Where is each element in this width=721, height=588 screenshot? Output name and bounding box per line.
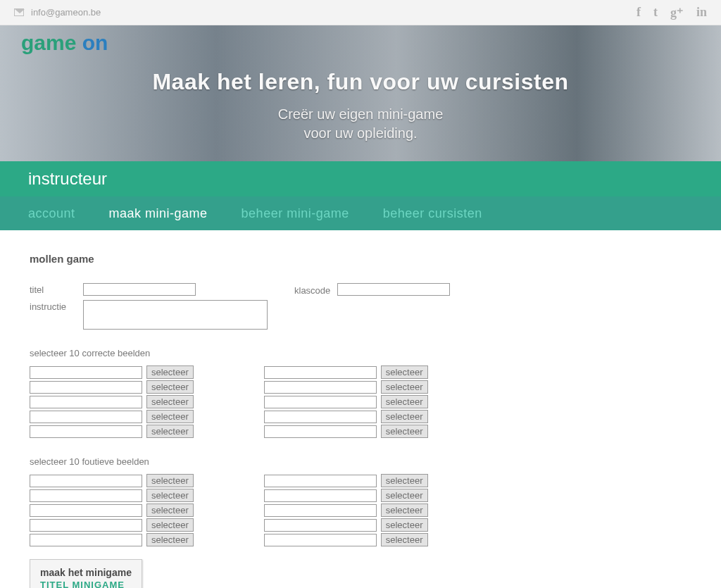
- nav-link-make-minigame[interactable]: maak mini-game: [109, 206, 208, 221]
- select-button[interactable]: selecteer: [146, 425, 194, 438]
- select-button[interactable]: selecteer: [381, 425, 428, 438]
- correct-row: selecteer: [30, 395, 194, 408]
- wrong-row: selecteer: [30, 533, 194, 546]
- googleplus-icon[interactable]: g⁺: [670, 5, 684, 20]
- label-instruction: instructie: [30, 300, 83, 312]
- nav-link-manage-students[interactable]: beheer cursisten: [383, 206, 482, 221]
- social-icons: f t g⁺ in: [637, 5, 707, 20]
- select-button[interactable]: selecteer: [146, 474, 194, 487]
- hero-headline: Maak het leren, fun voor uw cursisten: [0, 69, 721, 95]
- correct-input[interactable]: [30, 425, 142, 438]
- row-classcode: klascode: [294, 283, 450, 296]
- wrong-input[interactable]: [30, 504, 142, 517]
- make-button-line1: maak het minigame: [40, 567, 132, 578]
- select-button[interactable]: selecteer: [146, 533, 194, 546]
- correct-col-2: selecteer selecteer selecteer selecteer …: [264, 365, 428, 438]
- wrong-row: selecteer: [264, 474, 428, 487]
- wrong-row: selecteer: [264, 533, 428, 546]
- nav-bar: account maak mini-game beheer mini-game …: [0, 196, 721, 230]
- twitter-icon[interactable]: t: [653, 5, 658, 20]
- wrong-row: selecteer: [30, 474, 194, 487]
- section-title: mollen game: [30, 253, 691, 265]
- page-content: mollen game titel klascode instructie se…: [0, 230, 721, 588]
- wrong-input[interactable]: [264, 519, 377, 532]
- correct-input[interactable]: [30, 381, 142, 394]
- wrong-input[interactable]: [30, 519, 142, 532]
- correct-row: selecteer: [264, 380, 428, 394]
- select-button[interactable]: selecteer: [146, 395, 194, 408]
- linkedin-icon[interactable]: in: [696, 5, 707, 20]
- wrong-input[interactable]: [30, 489, 142, 502]
- wrong-input[interactable]: [264, 475, 377, 487]
- wrong-col-1: selecteer selecteer selecteer selecteer …: [30, 474, 194, 546]
- select-button[interactable]: selecteer: [381, 533, 428, 546]
- hero-subtext: Creër uw eigen mini-game voor uw opleidi…: [0, 105, 721, 143]
- row-instruction: instructie: [30, 300, 691, 330]
- select-button[interactable]: selecteer: [146, 489, 194, 502]
- select-button[interactable]: selecteer: [146, 380, 194, 394]
- facebook-icon[interactable]: f: [637, 5, 641, 20]
- select-button[interactable]: selecteer: [381, 380, 428, 394]
- label-classcode: klascode: [294, 284, 330, 296]
- wrong-images-grid: selecteer selecteer selecteer selecteer …: [30, 474, 691, 546]
- logo-word1: game: [21, 31, 76, 54]
- heading-wrong-images: selecteer 10 foutieve beelden: [30, 456, 691, 467]
- correct-images-grid: selecteer selecteer selecteer selecteer …: [30, 365, 691, 438]
- wrong-row: selecteer: [30, 503, 194, 517]
- wrong-input[interactable]: [30, 534, 142, 546]
- input-classcode[interactable]: [337, 283, 450, 296]
- correct-row: selecteer: [30, 365, 194, 379]
- wrong-input[interactable]: [264, 504, 377, 517]
- nav-link-account[interactable]: account: [28, 206, 75, 221]
- correct-input[interactable]: [264, 396, 377, 408]
- hero-text: Maak het leren, fun voor uw cursisten Cr…: [0, 25, 721, 143]
- correct-input[interactable]: [264, 411, 377, 423]
- correct-row: selecteer: [30, 380, 194, 394]
- heading-correct-images: selecteer 10 correcte beelden: [30, 348, 691, 358]
- select-button[interactable]: selecteer: [381, 395, 428, 408]
- correct-input[interactable]: [30, 411, 142, 423]
- select-button[interactable]: selecteer: [146, 503, 194, 517]
- correct-row: selecteer: [30, 425, 194, 438]
- correct-row: selecteer: [264, 410, 428, 423]
- make-button-line2: TITEL MINIGAME: [40, 580, 132, 588]
- input-instruction[interactable]: [83, 300, 268, 330]
- make-minigame-button[interactable]: maak het minigame TITEL MINIGAME: [30, 559, 142, 588]
- correct-input[interactable]: [264, 381, 377, 394]
- topbar: info@gameon.be f t g⁺ in: [0, 0, 721, 25]
- label-title: titel: [30, 283, 83, 295]
- wrong-col-2: selecteer selecteer selecteer selecteer …: [264, 474, 428, 546]
- wrong-row: selecteer: [30, 489, 194, 502]
- select-button[interactable]: selecteer: [381, 365, 428, 379]
- nav-link-manage-minigame[interactable]: beheer mini-game: [242, 206, 349, 221]
- select-button[interactable]: selecteer: [146, 410, 194, 423]
- correct-row: selecteer: [30, 410, 194, 423]
- correct-input[interactable]: [264, 366, 377, 379]
- select-button[interactable]: selecteer: [381, 518, 428, 532]
- correct-input[interactable]: [264, 425, 377, 438]
- wrong-input[interactable]: [30, 475, 142, 487]
- wrong-row: selecteer: [264, 518, 428, 532]
- input-title[interactable]: [83, 283, 196, 296]
- correct-input[interactable]: [30, 366, 142, 379]
- select-button[interactable]: selecteer: [381, 410, 428, 423]
- contact-email-link[interactable]: info@gameon.be: [31, 7, 101, 18]
- correct-input[interactable]: [30, 396, 142, 408]
- select-button[interactable]: selecteer: [146, 518, 194, 532]
- wrong-row: selecteer: [264, 503, 428, 517]
- correct-row: selecteer: [264, 425, 428, 438]
- select-button[interactable]: selecteer: [381, 474, 428, 487]
- select-button[interactable]: selecteer: [381, 503, 428, 517]
- wrong-input[interactable]: [264, 489, 377, 502]
- logo[interactable]: game on: [21, 31, 108, 55]
- hero-sub-line2: voor uw opleiding.: [0, 124, 721, 143]
- select-button[interactable]: selecteer: [146, 365, 194, 379]
- row-title: titel klascode: [30, 283, 691, 296]
- hero-banner: game on Maak het leren, fun voor uw curs…: [0, 25, 721, 161]
- correct-col-1: selecteer selecteer selecteer selecteer …: [30, 365, 194, 438]
- wrong-input[interactable]: [264, 534, 377, 546]
- select-button[interactable]: selecteer: [381, 489, 428, 502]
- wrong-row: selecteer: [264, 489, 428, 502]
- role-bar: instructeur: [0, 161, 721, 196]
- logo-word2: on: [82, 31, 108, 54]
